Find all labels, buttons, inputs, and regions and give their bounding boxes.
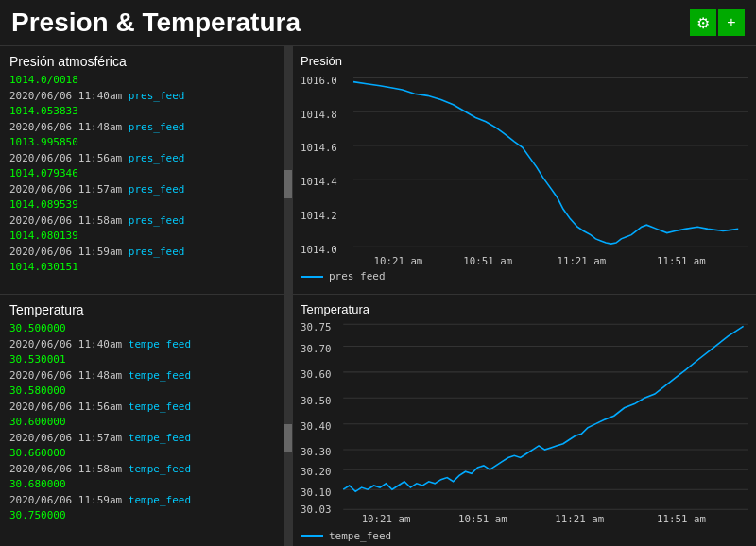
- list-item: 2020/06/06 11:40am pres_feed 1014.053833: [9, 89, 275, 120]
- pressure-list-content: Presión atmosférica 1014.0/0018 2020/06/…: [0, 46, 284, 294]
- temperature-first-value: 30.500000: [9, 322, 66, 334]
- temperature-list-title: Temperatura: [9, 302, 275, 317]
- x-label: 10:21 am: [362, 514, 411, 526]
- temperature-chart-title: Temperatura: [301, 302, 748, 316]
- y-label: 30.40: [301, 421, 331, 434]
- y-label: 30.75: [301, 321, 331, 333]
- temperature-list-panel: Temperatura 30.500000 2020/06/06 11:40am…: [0, 294, 293, 546]
- page-title: Presion & Temperatura: [11, 8, 301, 38]
- header-buttons: ⚙ +: [690, 9, 745, 36]
- temperature-scrollbar[interactable]: [284, 295, 292, 546]
- temperature-line: [343, 327, 743, 492]
- pressure-chart-svg: 1016.0 1014.8 1014.6 1014.4 1014.2 1014.…: [301, 70, 748, 268]
- temperature-data-list: 30.500000 2020/06/06 11:40am tempe_feed …: [9, 321, 275, 524]
- list-item: 2020/06/06 11:56am pres_feed 1014.079346: [9, 151, 275, 182]
- pressure-chart-legend: pres_feed: [301, 270, 748, 282]
- temperature-chart-container: 30.75 30.70 30.60 30.50 30.40 30.30 30.2…: [301, 318, 748, 527]
- pressure-list-title: Presión atmosférica: [9, 54, 275, 69]
- temperature-chart-panel: Temperatura 30.75 30.70 30.60 30.50 30.4…: [293, 294, 756, 546]
- temperature-legend-label: tempe_feed: [329, 530, 391, 542]
- x-label: 10:21 am: [374, 255, 423, 267]
- y-label: 30.60: [301, 369, 331, 382]
- x-label: 11:51 am: [657, 255, 706, 267]
- list-item: 2020/06/06 11:58am pres_feed 1014.080139: [9, 213, 275, 245]
- list-item: 2020/06/06 11:59am tempe_feed 30.750000: [9, 493, 275, 524]
- x-label: 11:21 am: [555, 514, 604, 526]
- list-item: 2020/06/06 11:56am tempe_feed 30.600000: [9, 400, 275, 431]
- app-container: Presion & Temperatura ⚙ + Presión atmosf…: [0, 0, 756, 545]
- main-content: Presión atmosférica 1014.0/0018 2020/06/…: [0, 46, 756, 545]
- list-item: 2020/06/06 11:40am tempe_feed 30.530001: [9, 337, 275, 368]
- add-button[interactable]: +: [718, 9, 745, 36]
- y-label: 30.70: [301, 343, 331, 355]
- legend-line-pressure: [301, 276, 323, 278]
- pressure-scrollbar[interactable]: [284, 46, 292, 294]
- list-item: 2020/06/06 11:57am tempe_feed 30.660000: [9, 431, 275, 462]
- pressure-first-value: 1014.0/0018: [9, 74, 78, 86]
- y-label: 30.50: [301, 395, 331, 407]
- x-label: 10:51 am: [458, 514, 507, 526]
- header: Presion & Temperatura ⚙ +: [0, 0, 756, 46]
- y-label: 1016.0: [301, 75, 337, 87]
- list-item: 2020/06/06 11:48am pres_feed 1013.995850: [9, 120, 275, 151]
- x-label: 10:51 am: [463, 255, 512, 267]
- y-label: 1014.8: [301, 109, 337, 121]
- pressure-data-list: 1014.0/0018 2020/06/06 11:40am pres_feed…: [9, 73, 275, 276]
- y-label: 1014.2: [301, 210, 337, 222]
- list-item: 2020/06/06 11:48am tempe_feed 30.580000: [9, 368, 275, 400]
- pressure-chart-panel: Presión 1016.0 1014.8 1014.6 1014.4 1014…: [293, 46, 756, 294]
- pressure-list-panel: Presión atmosférica 1014.0/0018 2020/06/…: [0, 46, 293, 294]
- y-label: 30.20: [301, 467, 331, 479]
- list-item: 2020/06/06 11:59am pres_feed 1014.030151: [9, 245, 275, 276]
- y-label: 30.03: [301, 504, 331, 517]
- x-label: 11:51 am: [657, 514, 706, 526]
- pressure-chart-container: 1016.0 1014.8 1014.6 1014.4 1014.2 1014.…: [301, 70, 748, 268]
- temperature-chart-legend: tempe_feed: [301, 530, 748, 542]
- list-item: 2020/06/06 11:58am tempe_feed 30.680000: [9, 462, 275, 493]
- list-item: 2020/06/06 11:57am pres_feed 1014.089539: [9, 182, 275, 213]
- pressure-chart-title: Presión: [301, 54, 748, 68]
- x-label: 11:21 am: [557, 255, 606, 267]
- temperature-scrollbar-thumb[interactable]: [284, 424, 292, 452]
- y-label: 30.30: [301, 447, 331, 459]
- legend-line-temperature: [301, 535, 323, 537]
- y-label: 1014.0: [301, 244, 337, 256]
- y-label: 1014.4: [301, 176, 337, 188]
- temperature-chart-svg: 30.75 30.70 30.60 30.50 30.40 30.30 30.2…: [301, 318, 748, 527]
- pressure-scrollbar-thumb[interactable]: [284, 170, 292, 198]
- pressure-legend-label: pres_feed: [329, 270, 386, 282]
- y-label: 30.10: [301, 486, 331, 499]
- gear-button[interactable]: ⚙: [690, 9, 716, 36]
- pressure-line: [353, 82, 738, 245]
- y-label: 1014.6: [301, 142, 337, 154]
- temperature-list-content: Temperatura 30.500000 2020/06/06 11:40am…: [0, 295, 284, 546]
